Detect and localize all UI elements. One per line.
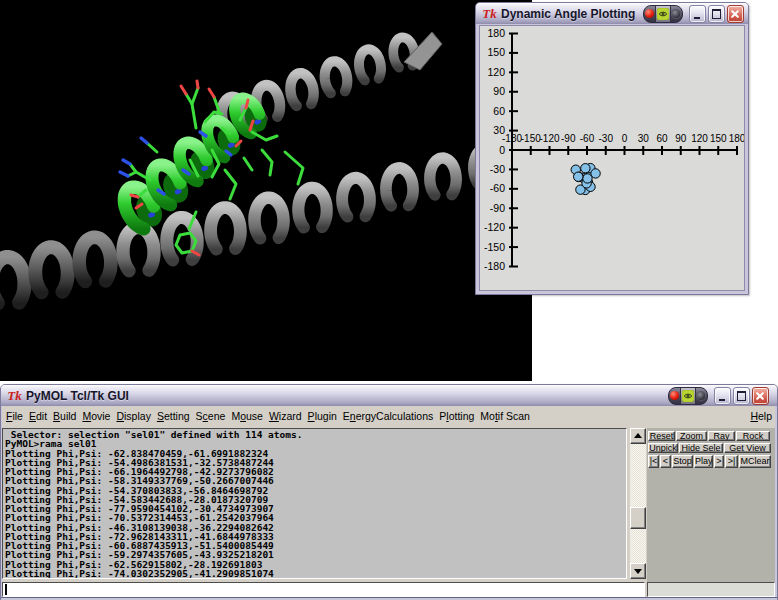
svg-text:-120: -120 — [539, 133, 559, 144]
menu-bar: FileEditBuildMovieDisplaySettingSceneMou… — [2, 406, 775, 425]
menu-file[interactable]: File — [3, 408, 26, 424]
console-line: Selector: selection "sel01" defined with… — [5, 430, 626, 439]
button-[interactable]: >| — [725, 455, 738, 468]
button-ray[interactable]: Ray — [708, 431, 735, 441]
scrollbar-up-button[interactable] — [630, 428, 646, 444]
menu-motif-scan[interactable]: Motif Scan — [477, 408, 533, 424]
pymol-gui-window: Tk PyMOL Tcl/Tk GUI FileEditBuildM — [0, 384, 778, 600]
svg-text:-60: -60 — [490, 182, 505, 194]
control-button-rows: ResetZoomRayRockUnpickHide SeleGet View|… — [647, 428, 775, 468]
tk-icon: Tk — [482, 7, 497, 21]
svg-text:90: 90 — [675, 133, 687, 144]
button-get-view[interactable]: Get View — [724, 443, 771, 453]
maximize-button[interactable] — [733, 387, 750, 405]
button-[interactable]: > — [714, 455, 724, 468]
close-icon — [753, 388, 768, 404]
menu-wizard[interactable]: Wizard — [266, 408, 305, 424]
tray-red-button[interactable] — [669, 388, 680, 404]
tray-red-button[interactable] — [644, 6, 655, 22]
menu-energycalculations[interactable]: EnergyCalculations — [340, 408, 436, 424]
menu-display[interactable]: Display — [113, 408, 153, 424]
gui-window-titlebar[interactable]: Tk PyMOL Tcl/Tk GUI — [1, 385, 777, 406]
svg-text:120: 120 — [691, 133, 708, 144]
nvidia-icon — [682, 390, 694, 402]
maximize-button[interactable] — [708, 5, 725, 23]
svg-text:180: 180 — [487, 27, 505, 39]
gui-window-body: FileEditBuildMovieDisplaySettingSceneMou… — [2, 406, 775, 600]
minimize-icon — [719, 399, 725, 401]
svg-text:60: 60 — [493, 105, 505, 117]
close-icon — [728, 6, 743, 22]
molecule-rendering — [0, 0, 532, 381]
button-play[interactable]: Play — [694, 455, 713, 468]
arrow-down-icon — [634, 569, 642, 574]
menu-plugin[interactable]: Plugin — [305, 408, 340, 424]
svg-text:0: 0 — [499, 144, 505, 156]
scrollbar-thumb[interactable] — [630, 507, 646, 529]
ramachandran-plot[interactable]: 1801501209060300-30-60-90-120-150-180-18… — [479, 25, 745, 291]
svg-text:150: 150 — [487, 46, 505, 58]
button-hide-sele[interactable]: Hide Sele — [679, 443, 723, 453]
svg-text:180: 180 — [729, 133, 744, 144]
minimize-icon — [694, 17, 700, 19]
scrollbar-down-button[interactable] — [630, 563, 646, 579]
svg-text:-120: -120 — [484, 221, 505, 233]
button-[interactable]: |< — [648, 455, 659, 468]
menu-plotting[interactable]: Plotting — [436, 408, 477, 424]
text-caret — [5, 584, 7, 595]
tray-gray-button[interactable] — [671, 6, 682, 22]
close-button[interactable] — [727, 5, 744, 23]
command-row — [2, 582, 775, 598]
red-dot-icon — [670, 391, 679, 400]
menu-edit[interactable]: Edit — [26, 408, 50, 424]
minimize-button[interactable] — [689, 5, 706, 23]
menu-help[interactable]: Help — [747, 408, 775, 424]
gui-window-controls — [668, 387, 769, 405]
menu-mouse[interactable]: Mouse — [228, 408, 266, 424]
svg-text:-180: -180 — [502, 133, 522, 144]
button-mclear[interactable]: MClear — [739, 455, 771, 468]
tray-pill — [668, 387, 708, 405]
svg-text:90: 90 — [493, 85, 505, 97]
maximize-icon — [712, 9, 721, 19]
console-output[interactable]: Selector: selection "sel01" defined with… — [2, 428, 627, 579]
menu-scene[interactable]: Scene — [193, 408, 229, 424]
svg-text:60: 60 — [656, 133, 668, 144]
command-input[interactable] — [2, 582, 645, 597]
plot-window-controls — [643, 5, 744, 23]
svg-text:120: 120 — [487, 66, 505, 78]
svg-text:30: 30 — [638, 133, 650, 144]
button-stop[interactable]: Stop — [672, 455, 693, 468]
plot-window-title: Dynamic Angle Plotting — [501, 7, 635, 21]
tray-nvidia-button[interactable] — [655, 6, 670, 22]
menu-setting[interactable]: Setting — [154, 408, 193, 424]
red-dot-icon — [645, 9, 654, 18]
menu-build[interactable]: Build — [50, 408, 79, 424]
minimize-button[interactable] — [714, 387, 731, 405]
button-zoom[interactable]: Zoom — [676, 431, 707, 441]
gui-main-area: Selector: selection "sel01" defined with… — [2, 428, 775, 585]
close-button[interactable] — [752, 387, 769, 405]
tk-icon: Tk — [7, 389, 22, 403]
pymol-3d-viewport[interactable] — [0, 0, 532, 381]
console-line: Plotting Phi,Psi: -74.0302352905,-41.290… — [5, 569, 626, 578]
control-button-row: ResetZoomRayRock — [648, 431, 775, 441]
svg-text:-90: -90 — [490, 202, 505, 214]
gray-dot-icon — [672, 10, 680, 18]
console-scrollbar[interactable] — [630, 428, 646, 579]
plot-window-titlebar[interactable]: Tk Dynamic Angle Plotting — [476, 3, 748, 24]
tray-gray-button[interactable] — [696, 388, 707, 404]
button-rock[interactable]: Rock — [736, 431, 770, 441]
status-entry[interactable] — [647, 582, 775, 597]
tray-nvidia-button[interactable] — [680, 388, 695, 404]
button-unpick[interactable]: Unpick — [648, 443, 678, 453]
svg-text:-30: -30 — [490, 163, 505, 175]
svg-text:-90: -90 — [561, 133, 576, 144]
svg-text:-150: -150 — [521, 133, 541, 144]
button-[interactable]: < — [660, 455, 671, 468]
menu-movie[interactable]: Movie — [79, 408, 113, 424]
button-reset[interactable]: Reset — [648, 431, 675, 441]
gray-dot-icon — [697, 392, 705, 400]
gui-window-title: PyMOL Tcl/Tk GUI — [26, 389, 129, 403]
svg-text:-30: -30 — [599, 133, 614, 144]
